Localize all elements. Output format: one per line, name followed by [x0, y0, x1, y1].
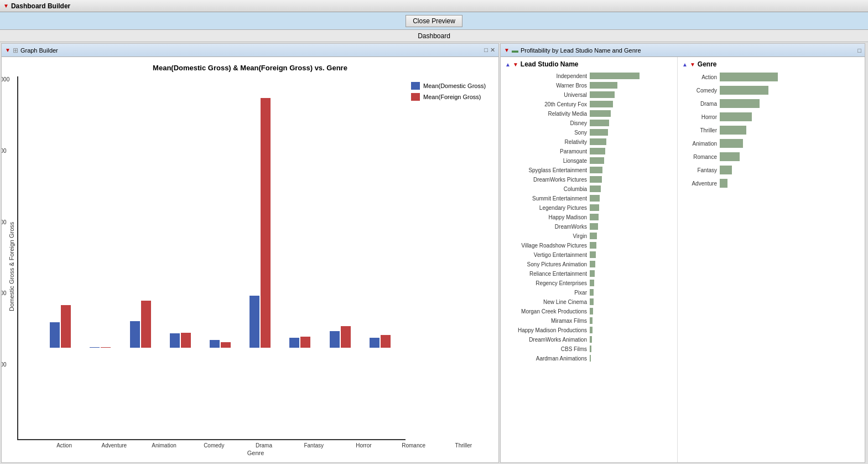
studio-bar: [590, 346, 591, 352]
studio-row: Relativity: [503, 137, 675, 146]
studio-bar: [590, 270, 595, 277]
profitability-panel-arrow-icon[interactable]: ▼: [504, 47, 510, 53]
genre-name-label: Horror: [680, 114, 719, 120]
studio-bar: [590, 120, 609, 126]
graph-panel-controls: □ ✕: [484, 47, 495, 54]
foreign-bar: [261, 98, 271, 348]
legend-label: Mean(Foreign Gross): [423, 94, 481, 100]
y-tick-label: 1000: [2, 76, 9, 83]
genre-row: Comedy: [680, 85, 862, 96]
profitability-panel-maximize-icon[interactable]: □: [857, 47, 861, 54]
chart-main: 02004006008001000 Mean(Domestic Gross)Me…: [17, 76, 494, 456]
studio-filter-icon[interactable]: ▼: [513, 61, 518, 68]
domestic-bar: [50, 322, 60, 348]
graph-panel-arrow-icon[interactable]: ▼: [5, 47, 11, 53]
genre-name-label: Thriller: [680, 127, 719, 133]
bar-group: [120, 82, 160, 348]
y-tick-label: 0: [2, 433, 9, 439]
dashboard-label-bar: Dashboard: [0, 30, 868, 42]
studio-row: Legendary Pictures: [503, 203, 675, 212]
studio-name-label: Lionsgate: [503, 158, 589, 164]
x-label: Drama: [239, 442, 289, 448]
profitability-panel-controls: □: [857, 47, 861, 54]
studio-name-label: Independent: [503, 73, 589, 79]
studio-row: DreamWorks: [503, 222, 675, 231]
genre-row: Romance: [680, 151, 862, 162]
studio-row: Disney: [503, 118, 675, 127]
genre-list: ActionComedyDramaHorrorThrillerAnimation…: [678, 71, 865, 189]
studio-list: IndependentWarner BrosUniversal20th Cent…: [501, 71, 677, 363]
x-label: Action: [39, 442, 89, 448]
studio-row: Columbia: [503, 184, 675, 193]
x-labels: ActionAdventureAnimationComedyDramaFanta…: [17, 440, 494, 448]
y-tick-labels: 02004006008001000: [2, 76, 9, 439]
genre-row: Fantasy: [680, 164, 862, 176]
studio-bar: [590, 214, 599, 220]
genre-row: Thriller: [680, 125, 862, 136]
studio-name-label: DreamWorks: [503, 224, 589, 230]
close-preview-button[interactable]: Close Preview: [406, 15, 462, 27]
legend-color-swatch: [411, 82, 420, 90]
genre-row: Horror: [680, 111, 862, 122]
studio-name-label: New Line Cinema: [503, 299, 589, 305]
graph-panel-content: Mean(Domestic Gross) & Mean(Foreign Gros…: [2, 57, 498, 462]
studio-row: DreamWorks Pictures: [503, 175, 675, 184]
studio-sort-icon[interactable]: ▲: [505, 61, 511, 68]
domestic-bar: [330, 331, 340, 348]
studio-name-label: Village Roadshow Pictures: [503, 243, 589, 249]
title-bar: ▼ Dashboard Builder: [0, 0, 868, 12]
graph-panel-maximize-icon[interactable]: □: [484, 47, 488, 54]
x-label: Animation: [139, 442, 189, 448]
studio-name-label: Regency Enterprises: [503, 280, 589, 286]
studio-row: Sony: [503, 128, 675, 137]
dashboard-label: Dashboard: [418, 32, 450, 40]
foreign-bar: [101, 347, 111, 348]
profitability-panel-icon: ▬: [512, 47, 518, 54]
studio-row: Paramount: [503, 147, 675, 156]
genre-bar: [720, 179, 727, 188]
x-label: Fantasy: [289, 442, 339, 448]
genre-row: Animation: [680, 138, 862, 149]
studio-name-label: Sony: [503, 130, 589, 136]
bar-group: [240, 82, 280, 348]
studio-row: Spyglass Entertainment: [503, 166, 675, 174]
genre-sort-icon[interactable]: ▲: [682, 61, 688, 68]
bar-group: [320, 82, 360, 348]
genre-bar: [720, 152, 740, 161]
studio-name-label: Aardman Animations: [503, 355, 589, 362]
genre-bar: [720, 126, 746, 135]
studio-name-label: Reliance Entertainment: [503, 271, 589, 277]
studio-row: Regency Enterprises: [503, 279, 675, 287]
genre-name-label: Fantasy: [680, 167, 719, 173]
profitability-panel: ▼ ▬ Profitability by Lead Studio Name an…: [500, 43, 865, 463]
studio-row: Universal: [503, 90, 675, 99]
studio-row: Relativity Media: [503, 109, 675, 118]
studio-name-label: Happy Madison: [503, 214, 589, 220]
studio-bar: [590, 327, 592, 333]
graph-builder-panel: ▼ ⊞ Graph Builder □ ✕ Mean(Domestic Gros…: [1, 43, 499, 463]
studio-bar: [590, 204, 599, 211]
studio-bar: [590, 355, 591, 362]
studio-row: Virgin: [503, 231, 675, 240]
y-tick-label: 800: [2, 148, 9, 154]
studio-row: Village Roadshow Pictures: [503, 241, 675, 250]
studio-name-label: Happy Madison Productions: [503, 327, 589, 333]
studio-bar: [590, 308, 593, 315]
studio-bar: [590, 336, 592, 343]
domestic-bar: [370, 338, 380, 348]
studio-bar: [590, 129, 608, 136]
studio-name-label: Spyglass Entertainment: [503, 167, 589, 173]
genre-bar: [720, 112, 752, 121]
studio-bar: [590, 101, 613, 107]
studio-section-header: ▲ ▼ Lead Studio Name: [501, 59, 677, 69]
studio-row: Warner Bros: [503, 81, 675, 90]
studio-name-label: Summit Entertainment: [503, 195, 589, 202]
foreign-bar: [61, 305, 71, 348]
y-tick-label: 400: [2, 290, 9, 296]
studio-row: CBS Films: [503, 344, 675, 353]
studio-bar: [590, 251, 596, 258]
studio-row: Happy Madison: [503, 213, 675, 221]
genre-filter-icon[interactable]: ▼: [690, 61, 695, 68]
graph-panel-close-icon[interactable]: ✕: [490, 47, 495, 54]
foreign-bar: [181, 333, 191, 348]
